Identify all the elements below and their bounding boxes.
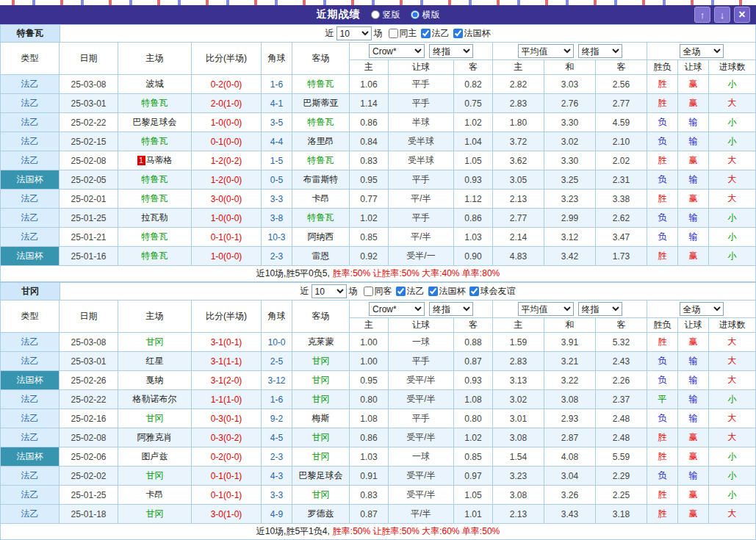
away-team-name[interactable]: 特鲁瓦 <box>308 117 334 127</box>
home-team-name[interactable]: 图卢兹 <box>142 451 168 461</box>
home-team-name[interactable]: 波城 <box>146 79 164 89</box>
asian-odds-source-select[interactable]: Crow* <box>369 44 425 58</box>
home-team-cell[interactable]: 波城 <box>118 75 192 94</box>
home-team-name[interactable]: 红星 <box>146 356 164 366</box>
away-team-cell[interactable]: 洛里昂 <box>292 132 350 151</box>
match-count-select[interactable]: 10 <box>336 26 372 40</box>
away-team-cell[interactable]: 甘冈 <box>292 352 350 371</box>
away-team-name[interactable]: 特鲁瓦 <box>308 155 334 165</box>
away-team-cell[interactable]: 特鲁瓦 <box>292 113 350 132</box>
home-team-name[interactable]: 特鲁瓦 <box>142 98 168 108</box>
away-team-cell[interactable]: 特鲁瓦 <box>292 151 350 170</box>
home-team-cell[interactable]: 拉瓦勒 <box>118 209 192 228</box>
euro-odds-source-select[interactable]: 平均值 <box>518 44 574 58</box>
away-team-name[interactable]: 雷恩 <box>312 251 330 261</box>
scroll-up-button[interactable]: ↑ <box>694 7 710 23</box>
away-team-name[interactable]: 卡昂 <box>312 193 330 204</box>
away-team-cell[interactable]: 巴黎足球会 <box>292 467 350 486</box>
home-team-cell[interactable]: 甘冈 <box>118 409 192 428</box>
away-team-cell[interactable]: 布雷斯特 <box>292 170 350 190</box>
home-team-cell[interactable]: 阿雅克肖 <box>118 428 192 447</box>
away-team-name[interactable]: 甘冈 <box>312 375 330 385</box>
home-team-name[interactable]: 甘冈 <box>146 336 164 347</box>
home-team-cell[interactable]: 特鲁瓦 <box>118 228 192 247</box>
home-team-name[interactable]: 特鲁瓦 <box>142 231 168 242</box>
away-team-name[interactable]: 甘冈 <box>312 489 330 500</box>
close-button[interactable]: × <box>734 7 750 23</box>
filter-checkbox[interactable]: 球会友谊 <box>466 285 516 298</box>
home-team-name[interactable]: 甘冈 <box>146 413 164 423</box>
home-team-cell[interactable]: 卡昂 <box>118 486 192 505</box>
checkbox-input[interactable] <box>389 29 398 38</box>
away-team-name[interactable]: 梅斯 <box>312 413 330 423</box>
away-team-cell[interactable]: 卡昂 <box>292 190 350 209</box>
home-team-cell[interactable]: 图卢兹 <box>118 447 192 467</box>
home-team-cell[interactable]: 红星 <box>118 352 192 371</box>
filter-checkbox[interactable]: 法乙 <box>392 285 425 298</box>
away-team-name[interactable]: 甘冈 <box>312 394 330 404</box>
match-count-select[interactable]: 10 <box>312 284 347 298</box>
home-team-cell[interactable]: 甘冈 <box>118 333 192 352</box>
away-team-name[interactable]: 克莱蒙 <box>308 336 334 347</box>
home-team-name[interactable]: 甘冈 <box>146 508 164 519</box>
away-team-name[interactable]: 洛里昂 <box>308 136 334 146</box>
home-team-cell[interactable]: 特鲁瓦 <box>118 94 192 113</box>
home-team-name[interactable]: 特鲁瓦 <box>142 193 168 204</box>
away-team-cell[interactable]: 罗德兹 <box>292 505 350 524</box>
home-team-name[interactable]: 特鲁瓦 <box>142 174 168 184</box>
away-team-name[interactable]: 巴斯蒂亚 <box>303 98 339 108</box>
home-team-name[interactable]: 拉瓦勒 <box>142 212 168 223</box>
filter-checkbox[interactable]: 法国杯 <box>450 27 491 40</box>
asian-odds-time-select[interactable]: 终指 <box>429 302 473 316</box>
away-team-cell[interactable]: 梅斯 <box>292 409 350 428</box>
home-team-name[interactable]: 马蒂格 <box>146 155 173 165</box>
away-team-name[interactable]: 甘冈 <box>312 356 330 366</box>
euro-odds-source-select[interactable]: 平均值 <box>518 302 574 316</box>
home-team-name[interactable]: 格勒诺布尔 <box>133 394 177 404</box>
checkbox-input[interactable] <box>364 287 373 296</box>
filter-checkbox[interactable]: 同客 <box>360 285 392 298</box>
away-team-cell[interactable]: 甘冈 <box>292 390 350 409</box>
home-team-name[interactable]: 巴黎足球会 <box>133 117 177 127</box>
away-team-name[interactable]: 特鲁瓦 <box>308 79 334 89</box>
scroll-down-button[interactable]: ↓ <box>714 7 730 23</box>
away-team-cell[interactable]: 巴斯蒂亚 <box>292 94 350 113</box>
home-team-name[interactable]: 甘冈 <box>146 470 164 480</box>
home-team-cell[interactable]: 特鲁瓦 <box>118 170 192 190</box>
away-team-cell[interactable]: 甘冈 <box>292 371 350 390</box>
euro-odds-time-select[interactable]: 终指 <box>578 44 622 58</box>
view-option-vertical[interactable]: 竖版 <box>371 9 400 21</box>
view-option-horizontal[interactable]: 横版 <box>411 9 440 21</box>
filter-checkbox[interactable]: 法乙 <box>417 27 450 40</box>
checkbox-input[interactable] <box>421 29 431 38</box>
away-team-name[interactable]: 特鲁瓦 <box>308 212 334 223</box>
away-team-cell[interactable]: 克莱蒙 <box>292 333 350 352</box>
vertical-radio[interactable] <box>371 10 380 19</box>
away-team-name[interactable]: 罗德兹 <box>308 508 334 519</box>
away-team-name[interactable]: 布雷斯特 <box>303 174 339 184</box>
home-team-name[interactable]: 特鲁瓦 <box>142 136 168 146</box>
away-team-name[interactable]: 阿纳西 <box>308 231 334 242</box>
checkbox-input[interactable] <box>396 287 406 296</box>
checkbox-input[interactable] <box>469 287 479 296</box>
away-team-cell[interactable]: 甘冈 <box>292 447 350 467</box>
away-team-cell[interactable]: 特鲁瓦 <box>292 75 350 94</box>
away-team-cell[interactable]: 甘冈 <box>292 486 350 505</box>
home-team-cell[interactable]: 格勒诺布尔 <box>118 390 192 409</box>
home-team-name[interactable]: 卡昂 <box>146 489 164 500</box>
away-team-cell[interactable]: 甘冈 <box>292 428 350 447</box>
result-scope-select[interactable]: 全场 <box>680 302 724 316</box>
home-team-cell[interactable]: 1马蒂格 <box>118 151 192 170</box>
checkbox-input[interactable] <box>428 287 438 296</box>
home-team-cell[interactable]: 甘冈 <box>118 467 192 486</box>
home-team-cell[interactable]: 特鲁瓦 <box>118 247 192 266</box>
horizontal-radio[interactable] <box>411 10 420 19</box>
home-team-cell[interactable]: 巴黎足球会 <box>118 113 192 132</box>
home-team-cell[interactable]: 甘冈 <box>118 505 192 524</box>
home-team-name[interactable]: 戛纳 <box>146 375 164 385</box>
asian-odds-time-select[interactable]: 终指 <box>429 44 473 58</box>
home-team-name[interactable]: 阿雅克肖 <box>137 432 173 442</box>
away-team-cell[interactable]: 阿纳西 <box>292 228 350 247</box>
asian-odds-source-select[interactable]: Crow* <box>369 302 425 316</box>
checkbox-input[interactable] <box>453 29 463 38</box>
